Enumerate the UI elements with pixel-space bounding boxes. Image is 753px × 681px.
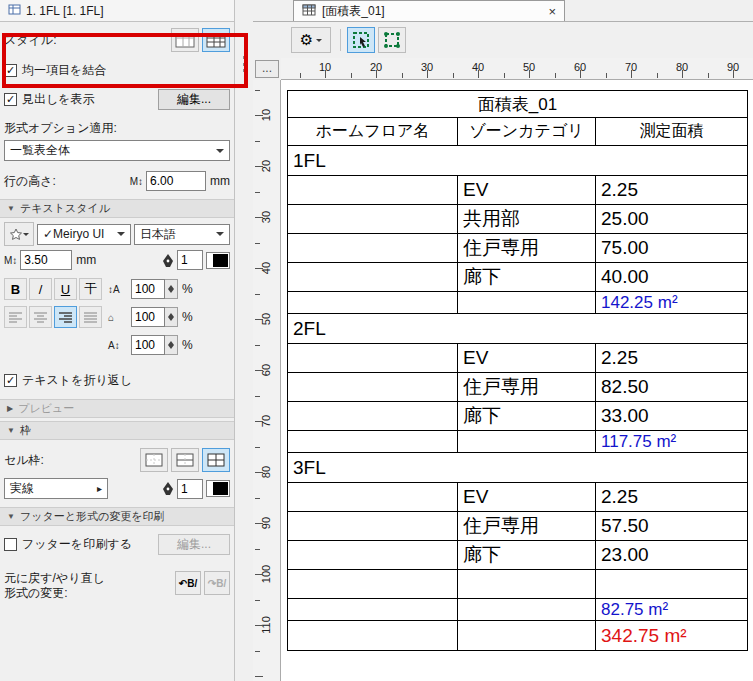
floor-plan-tab[interactable]: 1. 1FL [1. 1FL] bbox=[0, 0, 234, 22]
align-right-button[interactable] bbox=[54, 306, 77, 328]
zone-category-cell[interactable]: 共用部 bbox=[458, 205, 596, 234]
section-preview[interactable]: ▶ プレビュー bbox=[0, 399, 234, 418]
edit-heading-button[interactable]: 編集... bbox=[158, 89, 230, 110]
char-spacing-stepper[interactable] bbox=[165, 335, 178, 355]
section-footer[interactable]: ▼ フッターと形式の変更を印刷 bbox=[0, 507, 234, 526]
zone-category-cell[interactable]: 廊下 bbox=[458, 541, 596, 570]
zone-category-cell[interactable]: 廊下 bbox=[458, 402, 596, 431]
select-zone-button[interactable] bbox=[347, 27, 375, 53]
favorite-text-style-button[interactable] bbox=[4, 222, 34, 246]
measured-area-cell[interactable]: 82.50 bbox=[596, 373, 748, 402]
floor-cell[interactable] bbox=[288, 263, 458, 292]
floor-cell[interactable] bbox=[288, 599, 458, 621]
row-height-input[interactable] bbox=[146, 171, 206, 191]
zone-category-cell[interactable]: 住戸専用 bbox=[458, 512, 596, 541]
schedule-tab[interactable]: [面積表_01] × bbox=[293, 0, 565, 21]
measured-area-cell[interactable]: 25.00 bbox=[596, 205, 748, 234]
floor-cell[interactable] bbox=[288, 541, 458, 570]
ruler-options-button[interactable]: ... bbox=[255, 60, 279, 78]
floor-cell[interactable] bbox=[288, 205, 458, 234]
zone-category-cell[interactable]: 廊下 bbox=[458, 263, 596, 292]
measured-area-cell[interactable]: 75.00 bbox=[596, 234, 748, 263]
column-header-zone-category[interactable]: ゾーンカテゴリ bbox=[458, 118, 596, 146]
table-title[interactable]: 面積表_01 bbox=[288, 91, 748, 118]
horizontal-ruler[interactable]: 102030405060708090 bbox=[281, 58, 753, 80]
border-outline-button[interactable] bbox=[140, 448, 168, 472]
wrap-text-checkbox[interactable]: ✓ テキストを折り返し bbox=[4, 369, 230, 391]
align-left-button[interactable] bbox=[4, 306, 27, 328]
font-size-input[interactable] bbox=[20, 250, 72, 270]
zone-category-cell[interactable]: EV bbox=[458, 176, 596, 205]
strikethrough-button[interactable]: 干 bbox=[79, 278, 102, 300]
floor-cell[interactable] bbox=[288, 234, 458, 263]
close-icon[interactable]: × bbox=[548, 4, 556, 19]
table-style-1-button[interactable] bbox=[171, 28, 199, 52]
line-spacing-stepper[interactable] bbox=[165, 279, 178, 299]
floor-name-cell[interactable]: 2FL bbox=[288, 314, 748, 344]
width-factor-input[interactable] bbox=[131, 307, 165, 327]
line-type-dropdown[interactable]: 実線 ▸ bbox=[4, 478, 108, 499]
text-pen-color-swatch[interactable] bbox=[206, 252, 230, 269]
measured-area-cell[interactable]: 33.00 bbox=[596, 402, 748, 431]
edit-footer-button[interactable]: 編集... bbox=[158, 534, 230, 555]
underline-button[interactable]: U bbox=[54, 278, 77, 300]
grand-total-cell[interactable]: 342.75 m² bbox=[596, 621, 748, 651]
settings-gear-button[interactable]: ⚙ bbox=[291, 27, 331, 53]
border-all-button[interactable] bbox=[202, 448, 230, 472]
floor-cell[interactable] bbox=[288, 431, 458, 453]
measured-area-cell[interactable]: 40.00 bbox=[596, 263, 748, 292]
floor-cell[interactable] bbox=[288, 176, 458, 205]
undo-format-button[interactable]: ↶B/ bbox=[175, 571, 201, 595]
zone-category-cell[interactable]: EV bbox=[458, 344, 596, 373]
floor-name-cell[interactable]: 3FL bbox=[288, 453, 748, 483]
floor-subtotal-cell[interactable]: 117.75 m² bbox=[596, 431, 748, 453]
script-dropdown[interactable]: 日本語 bbox=[134, 224, 230, 245]
align-justify-button[interactable] bbox=[79, 306, 102, 328]
measured-area-cell[interactable]: 2.25 bbox=[596, 176, 748, 205]
floor-subtotal-cell[interactable]: 142.25 m² bbox=[596, 292, 748, 314]
show-heading-checkbox[interactable]: ✓ 見出しを表示 bbox=[4, 91, 95, 108]
char-spacing-input[interactable] bbox=[131, 335, 165, 355]
floor-cell[interactable] bbox=[288, 344, 458, 373]
zone-category-cell[interactable] bbox=[458, 570, 596, 599]
edit-zone-button[interactable] bbox=[378, 27, 406, 53]
merge-uniform-items-checkbox[interactable]: ✓ 均一項目を結合 bbox=[4, 59, 230, 81]
italic-button[interactable]: / bbox=[29, 278, 52, 300]
line-spacing-input[interactable] bbox=[131, 279, 165, 299]
measured-area-cell[interactable]: 57.50 bbox=[596, 512, 748, 541]
measured-area-cell[interactable]: 2.25 bbox=[596, 344, 748, 373]
zone-category-cell[interactable] bbox=[458, 292, 596, 314]
bold-button[interactable]: B bbox=[4, 278, 27, 300]
floor-cell[interactable] bbox=[288, 292, 458, 314]
floor-cell[interactable] bbox=[288, 402, 458, 431]
floor-cell[interactable] bbox=[288, 373, 458, 402]
section-text-style[interactable]: ▼ テキストスタイル bbox=[0, 199, 234, 218]
print-footer-checkbox[interactable]: フッターを印刷する bbox=[4, 536, 132, 553]
zone-category-cell[interactable] bbox=[458, 431, 596, 453]
border-horizontal-button[interactable] bbox=[171, 448, 199, 472]
zone-category-cell[interactable]: EV bbox=[458, 483, 596, 512]
width-factor-stepper[interactable] bbox=[165, 307, 178, 327]
vertical-ruler[interactable]: 102030405060708090100110 bbox=[253, 80, 281, 681]
floor-subtotal-cell[interactable]: 82.75 m² bbox=[596, 599, 748, 621]
frame-pen-color-swatch[interactable] bbox=[206, 480, 230, 497]
zone-category-cell[interactable]: 住戸専用 bbox=[458, 234, 596, 263]
schedule-canvas[interactable]: 面積表_01 ホームフロア名 ゾーンカテゴリ 測定面積 1FLEV2.25共用部… bbox=[281, 80, 753, 681]
column-header-home-floor[interactable]: ホームフロア名 bbox=[288, 118, 458, 146]
column-header-measured-area[interactable]: 測定面積 bbox=[596, 118, 748, 146]
redo-format-button[interactable]: ↷B/ bbox=[204, 571, 230, 595]
zone-category-cell[interactable]: 住戸専用 bbox=[458, 373, 596, 402]
measured-area-cell[interactable]: 23.00 bbox=[596, 541, 748, 570]
align-center-button[interactable] bbox=[29, 306, 52, 328]
floor-cell[interactable] bbox=[288, 621, 458, 651]
floor-cell[interactable] bbox=[288, 570, 458, 599]
measured-area-cell[interactable] bbox=[596, 570, 748, 599]
section-frame[interactable]: ▼ 枠 bbox=[0, 421, 234, 440]
text-pen-input[interactable] bbox=[177, 250, 203, 270]
floor-cell[interactable] bbox=[288, 512, 458, 541]
font-dropdown[interactable]: ✓Meiryo UI bbox=[37, 224, 131, 245]
measured-area-cell[interactable]: 2.25 bbox=[596, 483, 748, 512]
zone-category-cell[interactable] bbox=[458, 599, 596, 621]
zone-category-cell[interactable] bbox=[458, 621, 596, 651]
table-style-2-button[interactable] bbox=[202, 28, 230, 52]
